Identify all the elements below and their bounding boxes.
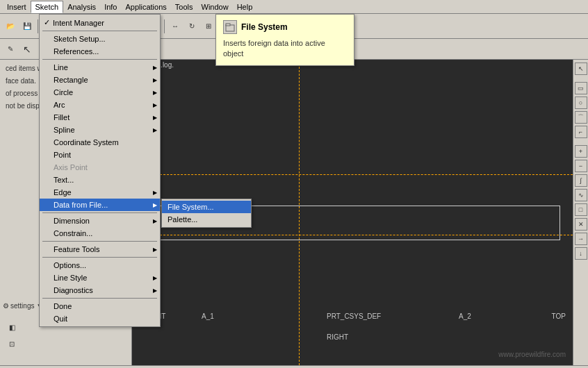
menu-sep2 [42, 59, 157, 60]
quit-label: Quit [54, 315, 67, 323]
rp-sep2 [575, 140, 587, 143]
options-label: Options... [54, 261, 86, 269]
menu-info[interactable]: Info [100, 1, 121, 12]
rp-curve[interactable]: ∫ [575, 174, 587, 187]
label-a2: A_2 [459, 312, 471, 320]
rp-rect[interactable]: ▭ [575, 82, 587, 94]
menu-constrain[interactable]: Constrain... [40, 227, 160, 240]
diagnostics-label: Diagnostics [54, 286, 93, 294]
dashed-line-h1 [132, 174, 573, 175]
rp-wave[interactable]: ∿ [575, 189, 587, 201]
menu-circle[interactable]: Circle [40, 86, 160, 99]
data-from-file-submenu: File System... Palette... [161, 199, 252, 228]
menu-applications[interactable]: Applications [121, 1, 170, 12]
toolbar-sep1 [38, 19, 38, 33]
menu-quit[interactable]: Quit [40, 312, 160, 325]
line-style-label: Line Style [54, 274, 87, 282]
tooltip-description: Inserts foreign data into active object [223, 38, 347, 60]
label-top: TOP [552, 312, 566, 320]
menu-sep6 [42, 298, 157, 299]
menu-options[interactable]: Options... [40, 259, 160, 271]
menu-edge[interactable]: Edge [40, 186, 160, 199]
menu-line[interactable]: Line [40, 61, 160, 74]
tb-mirror[interactable]: ↔ [168, 19, 183, 34]
rp-minus[interactable]: − [575, 160, 587, 172]
menu-rectangle[interactable]: Rectangle [40, 74, 160, 86]
rp-arrow[interactable]: ↖ [575, 62, 587, 75]
fillet-label: Fillet [54, 113, 70, 122]
tb-scale[interactable]: ⊞ [201, 19, 216, 34]
tb2-sketch[interactable]: ✎ [3, 42, 18, 57]
coordinate-system-label: Coordinate System [54, 138, 119, 147]
menu-data-from-file[interactable]: Data from File... File System... Palette… [40, 199, 160, 211]
rectangle-label: Rectangle [54, 76, 88, 84]
menu-analysis[interactable]: Analysis [63, 1, 100, 12]
submenu-file-system[interactable]: File System... [162, 201, 251, 213]
rp-arrow2[interactable]: → [575, 233, 587, 245]
watermark: www.proewildfire.com [498, 351, 566, 358]
rp-fillet[interactable]: ⌐ [575, 126, 587, 138]
sketch-menu: Intent Manager Sketch Setup... Reference… [39, 14, 161, 327]
file-system-label: File System... [168, 203, 214, 211]
rp-arc[interactable]: ⌒ [575, 111, 587, 124]
tb2-cursor[interactable]: ↖ [19, 42, 35, 57]
menu-sep4 [42, 241, 157, 242]
rp-cross[interactable]: ✕ [575, 218, 587, 231]
references-label: References... [54, 47, 99, 56]
menu-done[interactable]: Done [40, 300, 160, 312]
menu-text[interactable]: Text... [40, 174, 160, 186]
menu-spline[interactable]: Spline [40, 124, 160, 136]
sketch-setup-label: Sketch Setup... [54, 35, 106, 43]
menu-sketch-setup[interactable]: Sketch Setup... [40, 33, 160, 45]
file-system-tooltip: File System Inserts foreign data into ac… [215, 14, 354, 66]
menu-dimension[interactable]: Dimension [40, 215, 160, 227]
rp-plus[interactable]: + [575, 145, 587, 158]
menu-axis-point: Axis Point [40, 161, 160, 174]
rp-sep [575, 77, 587, 80]
menu-sketch[interactable]: Sketch [31, 1, 64, 13]
left-tb1[interactable]: ◧ [3, 319, 21, 335]
rp-rect2[interactable]: □ [575, 203, 587, 216]
menu-coordinate-system[interactable]: Coordinate System [40, 136, 160, 149]
menu-sep1 [42, 31, 157, 31]
menu-window[interactable]: Window [197, 1, 233, 12]
menu-diagnostics[interactable]: Diagnostics [40, 284, 160, 296]
rp-circle[interactable]: ○ [575, 97, 587, 109]
menu-feature-tools[interactable]: Feature Tools [40, 243, 160, 256]
menu-tools[interactable]: Tools [171, 1, 197, 12]
constrain-label: Constrain... [54, 229, 92, 237]
menu-point[interactable]: Point [40, 149, 160, 161]
left-toolbar: ◧ ⊡ [3, 319, 21, 351]
menu-fillet[interactable]: Fillet [40, 111, 160, 124]
tb-open[interactable]: 📂 [3, 19, 18, 34]
data-from-file-label: Data from File... [54, 201, 108, 209]
palette-label: Palette... [168, 215, 197, 224]
left-tb2[interactable]: ⊡ [3, 336, 21, 351]
menu-intent-manager[interactable]: Intent Manager [40, 16, 160, 29]
tb-save[interactable]: 💾 [19, 19, 35, 34]
toolbar-sep3 [164, 19, 165, 33]
label-a1: A_1 [202, 312, 214, 320]
submenu-palette[interactable]: Palette... [162, 213, 251, 226]
right-panel: ↖ ▭ ○ ⌒ ⌐ + − ∫ ∿ □ ✕ → ↓ [573, 60, 588, 365]
rp-down[interactable]: ↓ [575, 247, 587, 260]
menu-arc[interactable]: Arc [40, 99, 160, 111]
done-label: Done [54, 302, 72, 310]
dimension-label: Dimension [54, 217, 90, 225]
menu-line-style[interactable]: Line Style [40, 271, 160, 284]
menu-sep3 [42, 212, 157, 213]
menu-help[interactable]: Help [233, 1, 257, 12]
menu-insert[interactable]: Insert [3, 1, 31, 12]
tooltip-title-text: File System [241, 22, 288, 32]
menu-sep5 [42, 257, 157, 258]
text-label: Text... [54, 176, 74, 184]
axis-point-label: Axis Point [54, 163, 88, 172]
arc-label: Arc [54, 101, 65, 109]
label-right: RIGHT [327, 333, 348, 341]
line-label: Line [54, 63, 68, 72]
spline-label: Spline [54, 126, 75, 134]
settings-label[interactable]: ⚙settings ▼ [3, 302, 43, 310]
menu-references[interactable]: References... [40, 45, 160, 58]
tb-rotate[interactable]: ↻ [184, 19, 199, 34]
file-system-icon [223, 20, 237, 34]
